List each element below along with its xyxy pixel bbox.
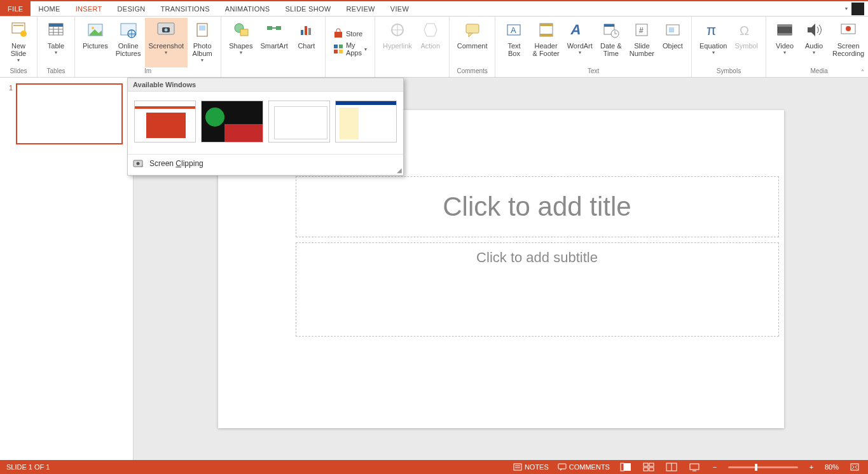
new-slide-button[interactable]: New Slide ▾ bbox=[4, 18, 33, 67]
chevron-down-icon: ▾ bbox=[712, 50, 715, 55]
hyperlink-button[interactable]: Hyperlink bbox=[379, 18, 416, 67]
tab-transitions[interactable]: TRANSITIONS bbox=[153, 1, 217, 16]
label: Comment bbox=[457, 42, 488, 50]
group-label-images: Im bbox=[144, 67, 151, 76]
svg-rect-62 bbox=[558, 464, 566, 469]
available-window-4[interactable] bbox=[335, 101, 397, 143]
symbol-button[interactable]: Ω Symbol bbox=[731, 18, 762, 67]
zoom-level[interactable]: 80% bbox=[825, 463, 839, 471]
collapse-ribbon-button[interactable]: ˄ bbox=[861, 69, 864, 76]
header-footer-button[interactable]: Header & Footer bbox=[528, 18, 563, 67]
comments-button[interactable]: COMMENTS bbox=[558, 463, 610, 471]
video-button[interactable]: Video ▾ bbox=[770, 18, 799, 67]
svg-point-55 bbox=[846, 26, 851, 31]
my-apps-button[interactable]: My Apps ▾ bbox=[333, 41, 367, 57]
table-button[interactable]: Table ▾ bbox=[41, 18, 71, 67]
photo-album-button[interactable]: Photo Album ▾ bbox=[188, 18, 217, 67]
equation-icon: π bbox=[703, 19, 724, 41]
chevron-down-icon: ▾ bbox=[240, 50, 242, 55]
svg-marker-63 bbox=[560, 469, 562, 471]
slideshow-view-button[interactable] bbox=[687, 462, 701, 472]
pictures-button[interactable]: Pictures bbox=[79, 18, 112, 67]
slide-sorter-view-button[interactable] bbox=[642, 462, 656, 472]
tab-insert[interactable]: INSERT bbox=[68, 1, 110, 16]
tab-review[interactable]: REVIEW bbox=[339, 1, 383, 16]
svg-rect-11 bbox=[121, 24, 136, 35]
audio-icon bbox=[803, 19, 825, 41]
title-placeholder-text: Click to add title bbox=[443, 192, 631, 222]
group-label-slides: Slides bbox=[10, 67, 27, 76]
available-window-1[interactable] bbox=[134, 101, 196, 143]
slide-thumbnail-panel[interactable]: 1 bbox=[0, 78, 134, 460]
reading-view-button[interactable] bbox=[665, 462, 679, 472]
screenshot-icon bbox=[155, 19, 177, 41]
smartart-button[interactable]: SmartArt bbox=[256, 18, 291, 67]
svg-text:+: + bbox=[141, 164, 144, 169]
photo-album-icon bbox=[191, 19, 213, 41]
svg-rect-59 bbox=[514, 464, 521, 470]
subtitle-placeholder[interactable]: Click to add subtitle bbox=[296, 242, 779, 337]
store-button[interactable]: Store bbox=[333, 29, 367, 39]
online-pictures-button[interactable]: Online Pictures bbox=[112, 18, 145, 67]
svg-rect-28 bbox=[339, 45, 343, 48]
svg-marker-34 bbox=[469, 33, 472, 37]
tab-file[interactable]: FILE bbox=[0, 1, 31, 16]
available-window-3[interactable] bbox=[268, 101, 330, 143]
label: Pictures bbox=[83, 42, 108, 50]
label: Video bbox=[776, 42, 794, 50]
object-button[interactable]: Object bbox=[658, 18, 687, 67]
screen-clipping-button[interactable]: + Screen Clipping bbox=[128, 154, 403, 175]
label: Header & Footer bbox=[532, 42, 559, 57]
chart-button[interactable]: Chart bbox=[292, 18, 321, 67]
group-label-tables: Tables bbox=[47, 67, 65, 76]
chevron-down-icon: ▾ bbox=[165, 50, 167, 55]
svg-rect-4 bbox=[49, 24, 63, 27]
text-box-button[interactable]: A Text Box bbox=[499, 18, 528, 67]
shapes-icon bbox=[230, 19, 252, 41]
tab-animations[interactable]: ANIMATIONS bbox=[217, 1, 278, 16]
label: Screen Recording bbox=[832, 42, 864, 57]
equation-button[interactable]: π Equation ▾ bbox=[696, 18, 731, 67]
fit-to-window-button[interactable] bbox=[848, 462, 862, 472]
slide-thumbnail-1[interactable] bbox=[17, 84, 122, 144]
chart-icon bbox=[296, 19, 317, 41]
comment-button[interactable]: Comment bbox=[453, 18, 492, 67]
svg-text:π: π bbox=[706, 22, 716, 38]
svg-rect-23 bbox=[301, 30, 303, 35]
tab-design[interactable]: DESIGN bbox=[110, 1, 153, 16]
label: Date & Time bbox=[600, 42, 622, 57]
zoom-slider[interactable] bbox=[728, 466, 798, 468]
svg-marker-53 bbox=[808, 24, 815, 36]
screenshot-button[interactable]: Screenshot ▾ bbox=[145, 18, 188, 67]
user-account[interactable]: ▾ bbox=[841, 3, 864, 15]
date-time-button[interactable]: Date & Time bbox=[596, 18, 626, 67]
comment-icon bbox=[462, 19, 483, 41]
label: Audio bbox=[805, 42, 823, 50]
svg-rect-42 bbox=[604, 24, 614, 27]
label: Screen Clipping bbox=[149, 159, 203, 168]
label: Photo Album bbox=[193, 42, 212, 57]
tab-home[interactable]: HOME bbox=[31, 1, 67, 16]
zoom-in-button[interactable]: + bbox=[807, 463, 816, 471]
available-window-2[interactable] bbox=[201, 101, 263, 143]
chevron-down-icon: ▾ bbox=[813, 50, 815, 55]
tab-view[interactable]: VIEW bbox=[383, 1, 417, 16]
svg-rect-72 bbox=[690, 464, 699, 470]
slide-number-button[interactable]: # Slide Number bbox=[626, 18, 658, 67]
wordart-button[interactable]: A WordArt ▾ bbox=[563, 18, 596, 67]
group-label-symbols: Symbols bbox=[717, 67, 741, 76]
screen-recording-button[interactable]: Screen Recording bbox=[829, 18, 868, 67]
svg-point-10 bbox=[92, 27, 94, 29]
tab-slideshow[interactable]: SLIDE SHOW bbox=[277, 1, 338, 16]
action-button[interactable]: Action bbox=[416, 18, 445, 67]
svg-rect-47 bbox=[669, 27, 674, 32]
notes-button[interactable]: NOTES bbox=[513, 463, 549, 471]
title-placeholder[interactable]: Click to add title bbox=[296, 176, 779, 237]
label: NOTES bbox=[525, 463, 549, 471]
audio-button[interactable]: Audio ▾ bbox=[799, 18, 829, 67]
shapes-button[interactable]: Shapes ▾ bbox=[225, 18, 256, 67]
slide-counter: SLIDE 1 OF 1 bbox=[6, 463, 504, 471]
normal-view-button[interactable] bbox=[619, 462, 633, 472]
ribbon-tabs: FILE HOME INSERT DESIGN TRANSITIONS ANIM… bbox=[0, 1, 868, 17]
zoom-out-button[interactable]: − bbox=[710, 463, 719, 471]
